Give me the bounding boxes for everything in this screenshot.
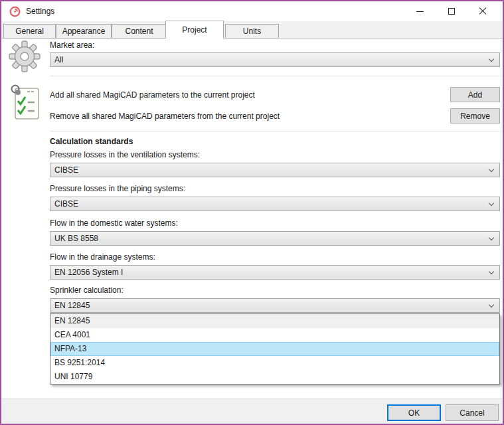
chevron-down-icon xyxy=(489,167,494,172)
tab-content[interactable]: Content xyxy=(112,24,167,39)
chevron-down-icon xyxy=(489,269,494,274)
tab-label: Project xyxy=(182,25,207,35)
sprinkler-calculation-value: EN 12845 xyxy=(54,301,90,310)
piping-pressure-loss-label: Pressure losses in the piping systems: xyxy=(50,184,185,193)
remove-button[interactable]: Remove xyxy=(450,108,500,124)
piping-pressure-loss-select[interactable]: CIBSE xyxy=(50,197,500,211)
remove-shared-parameters-label: Remove all shared MagiCAD parameters fro… xyxy=(50,112,280,121)
drainage-flow-label: Flow in the drainage systems: xyxy=(50,252,155,262)
piping-pressure-loss-value: CIBSE xyxy=(54,199,78,209)
market-area-select[interactable]: All xyxy=(50,52,500,67)
tab-label: Units xyxy=(243,27,261,36)
shared-parameters-checklist-icon xyxy=(9,84,41,124)
tab-label: Content xyxy=(125,27,153,36)
drainage-flow-value: EN 12056 System I xyxy=(54,268,123,277)
minimize-icon xyxy=(416,11,424,12)
domestic-water-flow-select[interactable]: UK BS 8558 xyxy=(50,231,500,246)
tab-label: Appearance xyxy=(62,27,106,36)
calculation-standards-heading: Calculation standards xyxy=(50,137,133,146)
dropdown-option-bs-9251-2014[interactable]: BS 9251:2014 xyxy=(50,356,499,370)
market-area-label: Market area: xyxy=(50,41,94,50)
add-shared-parameters-label: Add all shared MagiCAD parameters to the… xyxy=(50,90,255,100)
drainage-flow-select[interactable]: EN 12056 System I xyxy=(50,265,500,280)
add-button[interactable]: Add xyxy=(450,87,500,102)
tab-general[interactable]: General xyxy=(3,24,56,39)
cancel-button-label: Cancel xyxy=(460,408,484,418)
tab-appearance[interactable]: Appearance xyxy=(56,24,112,39)
add-button-label: Add xyxy=(468,90,482,100)
remove-button-label: Remove xyxy=(460,112,490,121)
sprinkler-calculation-label: Sprinkler calculation: xyxy=(50,286,124,295)
dropdown-option-nfpa-13[interactable]: NFPA-13 xyxy=(50,342,499,356)
dropdown-option-en-12845[interactable]: EN 12845 xyxy=(50,314,499,328)
domestic-water-flow-value: UK BS 8558 xyxy=(54,234,98,243)
separator xyxy=(50,131,500,131)
sprinkler-dropdown-list: EN 12845 CEA 4001 NFPA-13 BS 9251:2014 U… xyxy=(50,313,500,384)
sprinkler-calculation-select[interactable]: EN 12845 xyxy=(50,298,500,313)
tab-label: General xyxy=(15,27,44,36)
domestic-water-flow-label: Flow in the domestic water systems: xyxy=(50,218,178,228)
close-icon xyxy=(479,7,487,15)
tab-project[interactable]: Project xyxy=(165,21,224,39)
chevron-down-icon xyxy=(489,201,494,206)
gear-icon xyxy=(8,40,41,73)
ventilation-pressure-loss-select[interactable]: CIBSE xyxy=(50,163,500,177)
dropdown-option-cea-4001[interactable]: CEA 4001 xyxy=(50,328,499,342)
ok-button-label: OK xyxy=(408,408,420,418)
ventilation-pressure-loss-value: CIBSE xyxy=(54,165,78,175)
chevron-down-icon xyxy=(489,235,494,240)
cancel-button[interactable]: Cancel xyxy=(446,404,499,421)
chevron-down-icon xyxy=(489,302,494,307)
ok-button[interactable]: OK xyxy=(387,404,441,421)
title-bar[interactable]: Settings xyxy=(1,1,503,21)
dropdown-option-uni-10779[interactable]: UNI 10779 xyxy=(50,370,499,384)
tab-units[interactable]: Units xyxy=(225,24,279,39)
magicad-logo-icon xyxy=(9,6,21,17)
window-title: Settings xyxy=(26,7,54,16)
ventilation-pressure-loss-label: Pressure losses in the ventilation syste… xyxy=(50,150,200,159)
close-button[interactable] xyxy=(467,1,497,21)
settings-dialog: Settings General Appearance Content Proj… xyxy=(0,0,504,425)
separator xyxy=(50,76,500,76)
market-area-value: All xyxy=(54,55,63,64)
maximize-icon xyxy=(448,8,455,15)
chevron-down-icon xyxy=(489,56,494,62)
minimize-button[interactable] xyxy=(405,1,435,21)
maximize-button[interactable] xyxy=(436,1,466,21)
